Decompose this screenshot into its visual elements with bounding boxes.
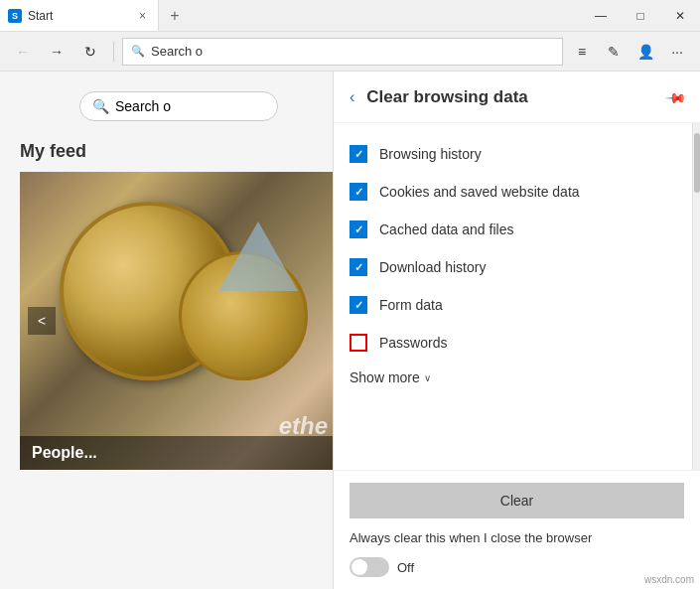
- checkbox-label-formdata: Form data: [379, 297, 443, 313]
- image-caption: People...: [20, 436, 333, 470]
- address-bar: ← → ↻ 🔍 Search o ≡ ✎ 👤 ···: [0, 32, 700, 72]
- toggle-track[interactable]: [350, 557, 389, 577]
- window-controls: — □ ✕: [581, 0, 700, 31]
- checkbox-browsing-history[interactable]: ✓: [350, 145, 367, 163]
- checkbox-row-browsing-history[interactable]: ✓ Browsing history: [334, 135, 692, 173]
- main-content: 🔍 Search o My feed ethe < People... ‹ Cl…: [0, 72, 700, 589]
- toggle-off-label: Off: [397, 560, 414, 575]
- show-more-label: Show more: [350, 369, 420, 385]
- checkbox-cached[interactable]: ✓: [350, 221, 367, 238]
- minimize-button[interactable]: —: [581, 0, 621, 32]
- always-clear-label: Always clear this when I close the brows…: [350, 530, 684, 545]
- profile-icon[interactable]: 👤: [630, 37, 660, 67]
- my-feed-label: My feed: [20, 141, 313, 162]
- watermark: wsxdn.com: [644, 574, 694, 585]
- maximize-button[interactable]: □: [621, 0, 660, 32]
- checkbox-row-cached[interactable]: ✓ Cached data and files: [334, 211, 692, 248]
- tab-area: S Start × +: [0, 0, 581, 31]
- hub-icon[interactable]: ≡: [567, 37, 597, 67]
- check-icon: ✓: [354, 299, 363, 312]
- forward-button[interactable]: →: [42, 37, 71, 67]
- clear-browsing-panel: ‹ Clear browsing data 📌 ✓ Browsing histo…: [333, 72, 700, 589]
- checkbox-row-passwords[interactable]: Passwords: [334, 324, 692, 362]
- panel-title: Clear browsing data: [366, 87, 655, 107]
- browser-page: 🔍 Search o My feed ethe < People...: [0, 72, 333, 589]
- page-search-icon: 🔍: [92, 98, 109, 114]
- refresh-button[interactable]: ↻: [75, 37, 105, 67]
- checkbox-label-passwords: Passwords: [379, 335, 447, 351]
- clear-button[interactable]: Clear: [350, 483, 684, 518]
- tab-title: Start: [28, 9, 129, 23]
- checkbox-row-cookies[interactable]: ✓ Cookies and saved website data: [334, 173, 692, 211]
- panel-footer: Clear Always clear this when I close the…: [334, 470, 700, 589]
- address-text: Search o: [151, 44, 203, 59]
- checkbox-downloads[interactable]: ✓: [350, 258, 367, 276]
- checkbox-passwords[interactable]: [350, 334, 367, 352]
- scrollbar-thumb[interactable]: [694, 133, 700, 193]
- new-tab-button[interactable]: +: [159, 0, 191, 32]
- always-clear-row: Always clear this when I close the brows…: [350, 530, 684, 545]
- toolbar-icons: ≡ ✎ 👤 ···: [567, 37, 692, 67]
- panel-header: ‹ Clear browsing data 📌: [334, 72, 700, 123]
- panel-scroll-area: ✓ Browsing history ✓ Cookies and saved w…: [334, 123, 700, 470]
- toggle-thumb: [351, 559, 367, 575]
- check-icon: ✓: [354, 261, 363, 274]
- show-more-button[interactable]: Show more ∨: [334, 362, 692, 393]
- check-icon: ✓: [354, 223, 363, 236]
- toggle-switch[interactable]: Off: [350, 557, 684, 577]
- page-inner: 🔍 Search o My feed ethe < People...: [0, 72, 333, 490]
- check-icon: ✓: [354, 148, 363, 161]
- title-bar: S Start × + — □ ✕: [0, 0, 700, 32]
- carousel-prev-button[interactable]: <: [28, 307, 56, 335]
- checkbox-label-downloads: Download history: [379, 259, 486, 275]
- checkbox-formdata[interactable]: ✓: [350, 296, 367, 314]
- panel-pin-button[interactable]: 📌: [664, 85, 687, 108]
- panel-back-button[interactable]: ‹: [350, 88, 354, 106]
- notes-icon[interactable]: ✎: [599, 37, 629, 67]
- address-input[interactable]: 🔍 Search o: [122, 38, 563, 66]
- more-icon[interactable]: ···: [662, 37, 692, 67]
- active-tab[interactable]: S Start ×: [0, 0, 159, 31]
- panel-content: ✓ Browsing history ✓ Cookies and saved w…: [334, 123, 692, 470]
- check-icon: ✓: [354, 186, 363, 199]
- checkbox-row-formdata[interactable]: ✓ Form data: [334, 286, 692, 324]
- search-icon: 🔍: [131, 45, 145, 58]
- checkbox-cookies[interactable]: ✓: [350, 183, 367, 201]
- tab-close-button[interactable]: ×: [135, 7, 150, 25]
- address-divider: [113, 42, 114, 62]
- checkbox-row-downloads[interactable]: ✓ Download history: [334, 248, 692, 286]
- checkbox-label-cached: Cached data and files: [379, 221, 513, 237]
- page-search-bar[interactable]: 🔍 Search o: [79, 91, 278, 121]
- tab-favicon: S: [8, 9, 22, 23]
- panel-scrollbar[interactable]: [692, 123, 700, 470]
- page-search-text: Search o: [115, 98, 171, 114]
- coin-image: ethe < People...: [20, 172, 333, 470]
- chevron-down-icon: ∨: [424, 372, 431, 383]
- checkbox-label-browsing-history: Browsing history: [379, 146, 482, 162]
- triangle-shape: [218, 221, 298, 291]
- back-button[interactable]: ←: [8, 37, 38, 67]
- checkbox-label-cookies: Cookies and saved website data: [379, 184, 580, 200]
- close-window-button[interactable]: ✕: [660, 0, 700, 32]
